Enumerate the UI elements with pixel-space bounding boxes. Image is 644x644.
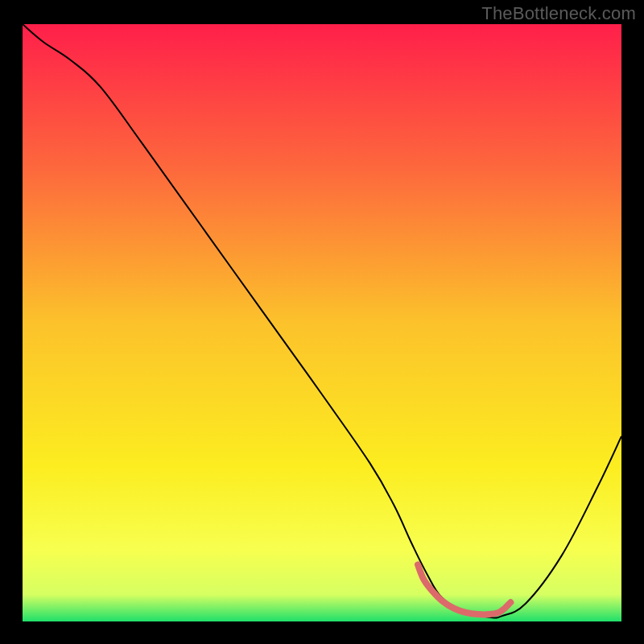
chart-plot-area [23, 24, 621, 621]
bottleneck-chart [23, 24, 621, 621]
gradient-background [23, 24, 621, 621]
watermark-label: TheBottleneck.com [481, 3, 636, 24]
chart-container: TheBottleneck.com [0, 0, 644, 644]
